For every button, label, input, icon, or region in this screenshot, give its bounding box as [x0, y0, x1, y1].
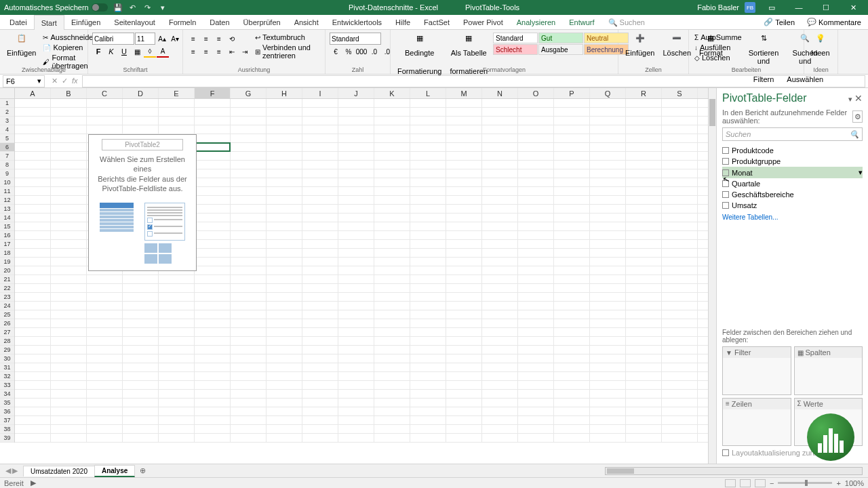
- col-header[interactable]: H: [267, 88, 302, 98]
- col-header[interactable]: F: [195, 88, 231, 98]
- dec-inc-icon[interactable]: .0: [368, 45, 380, 58]
- rows-dropzone[interactable]: ≡ Zeilen: [722, 398, 791, 447]
- row-header[interactable]: 14: [0, 214, 14, 222]
- vertical-scrollbar[interactable]: [708, 88, 716, 464]
- page-break-view-icon[interactable]: [755, 479, 766, 487]
- add-sheet-button[interactable]: ⊕: [134, 466, 151, 475]
- indent-inc-icon[interactable]: ⇥: [239, 45, 251, 58]
- fill-color-button[interactable]: ◊: [144, 45, 156, 58]
- save-icon[interactable]: 💾: [113, 3, 123, 12]
- row-header[interactable]: 25: [0, 310, 14, 319]
- col-header[interactable]: O: [518, 88, 554, 98]
- orientation-icon[interactable]: ⟲: [226, 33, 238, 45]
- zoom-slider[interactable]: [778, 482, 832, 484]
- row-header[interactable]: 33: [0, 381, 14, 390]
- border-button[interactable]: ▦: [131, 45, 143, 58]
- col-header[interactable]: G: [231, 88, 267, 98]
- filter-dropzone[interactable]: ▼ Filter: [722, 346, 791, 395]
- comma-icon[interactable]: 000: [355, 45, 368, 58]
- worksheet-cells[interactable]: PivotTable2 Wählen Sie zum Erstellen ein…: [15, 99, 708, 443]
- align-top-icon[interactable]: ≡: [187, 33, 199, 45]
- search-box[interactable]: 🔍 Suchen: [601, 15, 652, 30]
- font-size-select[interactable]: [135, 33, 155, 45]
- row-header[interactable]: 19: [0, 258, 14, 266]
- col-header[interactable]: C: [87, 88, 123, 98]
- style-schlecht[interactable]: Schlecht: [493, 44, 538, 55]
- row-header[interactable]: 13: [0, 205, 14, 214]
- row-header[interactable]: 12: [0, 196, 14, 205]
- autosum-button[interactable]: Σ AutoSumme: [693, 33, 743, 42]
- normal-view-icon[interactable]: [725, 479, 736, 487]
- tab-entwurf[interactable]: Entwurf: [562, 15, 601, 30]
- col-header[interactable]: E: [159, 88, 195, 98]
- col-header[interactable]: K: [374, 88, 410, 98]
- tab-entwicklertools[interactable]: Entwicklertools: [326, 15, 389, 30]
- field-checkbox[interactable]: [722, 158, 729, 165]
- row-header[interactable]: 35: [0, 399, 14, 407]
- clear-button[interactable]: ◇ Löschen: [693, 53, 743, 62]
- col-header[interactable]: B: [51, 88, 87, 98]
- style-ausgabe[interactable]: Ausgabe: [538, 44, 583, 55]
- indent-dec-icon[interactable]: ⇤: [226, 45, 238, 58]
- tab-daten[interactable]: Daten: [203, 15, 236, 30]
- autosave-toggle[interactable]: [92, 3, 108, 12]
- style-gut[interactable]: Gut: [538, 33, 583, 43]
- underline-button[interactable]: U: [118, 45, 130, 58]
- align-bottom-icon[interactable]: ≡: [213, 33, 225, 45]
- fill-button[interactable]: ↓ Ausfüllen: [693, 43, 743, 52]
- row-header[interactable]: 31: [0, 363, 14, 372]
- field-item-produktgruppe[interactable]: Produktgruppe: [722, 156, 863, 167]
- sheet-tab-analyse[interactable]: Analyse: [94, 465, 135, 477]
- paste-button[interactable]: 📋 Einfügen: [4, 33, 39, 58]
- row-header[interactable]: 36: [0, 407, 14, 416]
- tab-ueberpruefen[interactable]: Überprüfen: [237, 15, 288, 30]
- shrink-font-icon[interactable]: A▾: [169, 33, 181, 45]
- row-header[interactable]: 7: [0, 152, 14, 161]
- row-header[interactable]: 6: [0, 143, 14, 152]
- merge-button[interactable]: ⊞ Verbinden und zentrieren: [254, 43, 321, 60]
- grow-font-icon[interactable]: A▴: [156, 33, 168, 45]
- field-item-geschäftsbereiche[interactable]: Geschäftsbereiche: [722, 189, 863, 200]
- col-header[interactable]: Q: [590, 88, 626, 98]
- field-item-monat[interactable]: Monat▾: [722, 167, 863, 178]
- style-standard[interactable]: Standard: [493, 33, 538, 43]
- sort-filter-button[interactable]: ⇅Sortieren undFiltern: [746, 33, 782, 85]
- row-header[interactable]: 9: [0, 169, 14, 178]
- tab-hilfe[interactable]: Hilfe: [389, 15, 417, 30]
- field-checkbox[interactable]: [722, 147, 729, 154]
- row-header[interactable]: 38: [0, 425, 14, 434]
- currency-icon[interactable]: €: [330, 45, 342, 58]
- page-layout-view-icon[interactable]: [740, 479, 751, 487]
- field-item-quartale[interactable]: Quartale: [722, 178, 863, 189]
- percent-icon[interactable]: %: [342, 45, 355, 58]
- col-header[interactable]: P: [554, 88, 590, 98]
- pane-close-icon[interactable]: ✕: [854, 93, 863, 104]
- row-header[interactable]: 29: [0, 346, 14, 354]
- row-header[interactable]: 5: [0, 134, 14, 143]
- zoom-level[interactable]: 100%: [845, 479, 864, 487]
- col-header[interactable]: L: [410, 88, 446, 98]
- font-name-select[interactable]: [92, 33, 134, 45]
- align-right-icon[interactable]: ≡: [213, 45, 225, 58]
- tab-formeln[interactable]: Formeln: [162, 15, 203, 30]
- zoom-out-icon[interactable]: −: [770, 479, 774, 487]
- col-header[interactable]: D: [123, 88, 159, 98]
- macro-record-icon[interactable]: ▶: [31, 479, 36, 487]
- wrap-text-button[interactable]: ↩ Textumbruch: [254, 33, 321, 42]
- align-left-icon[interactable]: ≡: [187, 45, 199, 58]
- tab-ansicht[interactable]: Ansicht: [288, 15, 326, 30]
- col-header[interactable]: I: [302, 88, 338, 98]
- row-header[interactable]: 27: [0, 328, 14, 337]
- tab-factset[interactable]: FactSet: [417, 15, 456, 30]
- tab-seitenlayout[interactable]: Seitenlayout: [107, 15, 162, 30]
- tab-einfuegen[interactable]: Einfügen: [64, 15, 107, 30]
- number-format-select[interactable]: [330, 33, 381, 45]
- tab-analysieren[interactable]: Analysieren: [510, 15, 562, 30]
- minimize-icon[interactable]: —: [788, 0, 810, 15]
- align-center-icon[interactable]: ≡: [200, 45, 212, 58]
- comments-button[interactable]: 💬 Kommentare: [803, 18, 865, 26]
- name-box[interactable]: F6▾: [3, 75, 45, 87]
- field-item-umsatz[interactable]: Umsatz: [722, 200, 863, 211]
- select-all-corner[interactable]: [0, 88, 15, 98]
- more-tables-link[interactable]: Weitere Tabellen...: [722, 211, 863, 224]
